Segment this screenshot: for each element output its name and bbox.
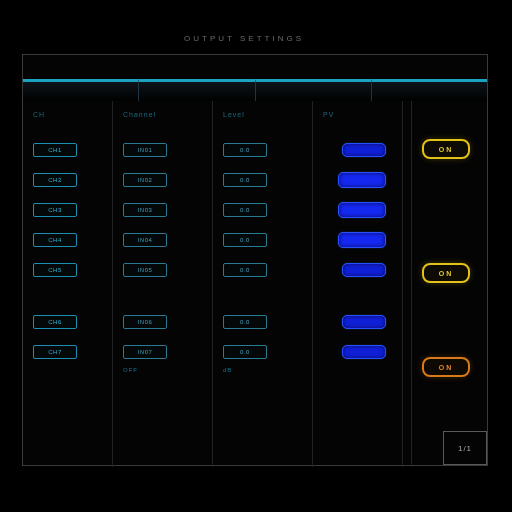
- cell-value[interactable]: 0.0: [223, 165, 306, 195]
- cell-label[interactable]: CH3: [33, 195, 106, 225]
- cell-label[interactable]: CH7: [33, 337, 106, 367]
- tab-4[interactable]: [371, 79, 487, 101]
- column-header: PV: [323, 111, 396, 135]
- cell-label[interactable]: CH4: [33, 225, 106, 255]
- cell-indicator[interactable]: [323, 135, 396, 165]
- side-button-2[interactable]: ON: [422, 263, 470, 283]
- window-title: OUTPUT SETTINGS: [114, 34, 374, 43]
- side-button-3[interactable]: ON: [422, 357, 470, 377]
- cell-value[interactable]: 0.0: [223, 255, 306, 285]
- tab-2[interactable]: [138, 79, 254, 101]
- column-footer: dB: [223, 367, 306, 373]
- main-panel: CH CH1 CH2 CH3 CH4 CH5 CH6 CH7 Channel I…: [22, 54, 488, 466]
- column-footer: OFF: [123, 367, 206, 373]
- tab-bar: [23, 79, 487, 101]
- cell-value[interactable]: IN06: [123, 307, 206, 337]
- cell-value[interactable]: IN01: [123, 135, 206, 165]
- cell-value[interactable]: IN07: [123, 337, 206, 367]
- side-panel: ON ON ON: [411, 101, 487, 467]
- parameter-grid: CH CH1 CH2 CH3 CH4 CH5 CH6 CH7 Channel I…: [23, 101, 403, 467]
- column-header: Level: [223, 111, 306, 135]
- cell-label[interactable]: CH5: [33, 255, 106, 285]
- cell-value[interactable]: 0.0: [223, 337, 306, 367]
- cell-value[interactable]: 0.0: [223, 225, 306, 255]
- cell-value[interactable]: 0.0: [223, 195, 306, 225]
- side-button-1[interactable]: ON: [422, 139, 470, 159]
- cell-value[interactable]: IN05: [123, 255, 206, 285]
- cell-indicator[interactable]: [323, 307, 396, 337]
- cell-indicator[interactable]: [323, 255, 396, 285]
- cell-value[interactable]: IN04: [123, 225, 206, 255]
- cell-indicator[interactable]: [323, 337, 396, 367]
- page-indicator[interactable]: 1/1: [443, 431, 487, 465]
- cell-value[interactable]: 0.0: [223, 307, 306, 337]
- tab-1[interactable]: [23, 79, 138, 101]
- column-0: CH CH1 CH2 CH3 CH4 CH5 CH6 CH7: [23, 101, 113, 467]
- cell-indicator[interactable]: [323, 225, 396, 255]
- cell-value[interactable]: IN02: [123, 165, 206, 195]
- tab-3[interactable]: [255, 79, 371, 101]
- cell-value[interactable]: IN03: [123, 195, 206, 225]
- column-1: Channel IN01 IN02 IN03 IN04 IN05 IN06 IN…: [113, 101, 213, 467]
- column-2: Level 0.0 0.0 0.0 0.0 0.0 0.0 0.0 dB: [213, 101, 313, 467]
- cell-label[interactable]: CH2: [33, 165, 106, 195]
- cell-label[interactable]: CH6: [33, 307, 106, 337]
- column-header: CH: [33, 111, 106, 135]
- cell-indicator[interactable]: [323, 165, 396, 195]
- cell-label[interactable]: CH1: [33, 135, 106, 165]
- column-header: Channel: [123, 111, 206, 135]
- cell-value[interactable]: 0.0: [223, 135, 306, 165]
- column-3: PV: [313, 101, 403, 467]
- cell-indicator[interactable]: [323, 195, 396, 225]
